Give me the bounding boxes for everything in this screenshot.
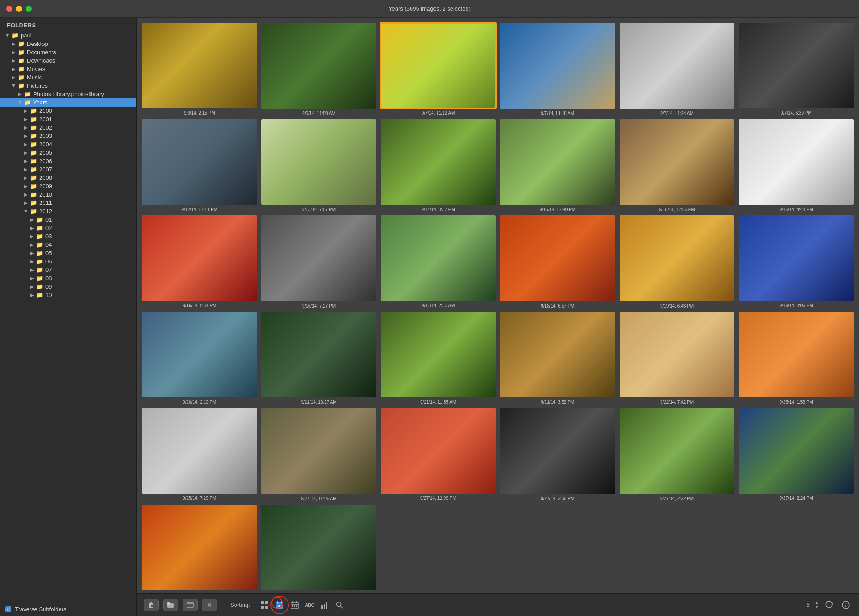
photo-cell-3[interactable]: 9/7/14, 11:12 AM <box>380 22 497 116</box>
folder-button[interactable] <box>163 599 178 611</box>
close-button[interactable] <box>6 6 12 12</box>
info-button[interactable]: i <box>840 599 852 611</box>
sidebar-label-03: 03 <box>45 233 52 240</box>
photo-cell-2[interactable]: 9/6/14, 11:50 AM <box>261 22 377 116</box>
photo-cell-25[interactable]: 9/25/14, 7:29 PM <box>141 407 258 501</box>
sidebar-item-10[interactable]: ▶📁10 <box>0 291 136 299</box>
photo-cell-6[interactable]: 9/7/14, 3:39 PM <box>738 22 855 116</box>
sort-calendar-date-button[interactable]: 31 <box>273 599 286 611</box>
count-stepper[interactable]: ▲ ▼ <box>815 601 818 609</box>
photo-cell-22[interactable]: 9/21/14, 3:52 PM <box>499 311 616 405</box>
sidebar-item-pictures[interactable]: ▶📁Pictures <box>0 82 136 90</box>
sidebar-item-movies[interactable]: ▶📁Movies <box>0 65 136 73</box>
svg-rect-2 <box>167 602 170 604</box>
tree-arrow-07: ▶ <box>28 267 36 272</box>
sidebar-item-2001[interactable]: ▶📁2001 <box>0 115 136 123</box>
sort-barchart-button[interactable] <box>318 599 331 611</box>
sidebar-item-paul[interactable]: ▶📁paul <box>0 31 136 40</box>
sidebar-item-2002[interactable]: ▶📁2002 <box>0 123 136 132</box>
photo-label-14: 9/16/14, 7:27 PM <box>302 304 336 308</box>
photo-cell-30[interactable]: 9/27/14, 2:24 PM <box>738 407 855 501</box>
photo-cell-28[interactable]: 9/27/14, 2:06 PM <box>499 407 616 501</box>
sidebar-item-2009[interactable]: ▶📁2009 <box>0 182 136 190</box>
svg-rect-8 <box>265 606 268 609</box>
sidebar-item-documents[interactable]: ▶📁Documents <box>0 48 136 56</box>
photo-cell-23[interactable]: 9/22/14, 7:42 PM <box>619 311 736 405</box>
sidebar-item-2010[interactable]: ▶📁2010 <box>0 190 136 199</box>
photo-cell-8[interactable]: 9/13/14, 7:07 PM <box>261 119 377 212</box>
photo-cell-29[interactable]: 9/27/14, 2:22 PM <box>619 407 736 501</box>
photo-cell-1[interactable]: 9/3/14, 2:15 PM <box>141 22 258 116</box>
photo-cell-14[interactable]: 9/16/14, 7:27 PM <box>261 215 377 308</box>
sidebar-item-03[interactable]: ▶📁03 <box>0 232 136 241</box>
sidebar-label-2008: 2008 <box>39 174 52 181</box>
maximize-button[interactable] <box>26 6 32 12</box>
photo-cell-13[interactable]: 9/16/14, 5:34 PM <box>141 215 258 308</box>
sidebar-item-2011[interactable]: ▶📁2011 <box>0 199 136 207</box>
sidebar-item-2008[interactable]: ▶📁2008 <box>0 174 136 182</box>
photo-cell-4[interactable]: 9/7/14, 11:18 AM <box>499 22 616 116</box>
sort-calendar-button[interactable] <box>288 599 301 611</box>
sidebar-item-2003[interactable]: ▶📁2003 <box>0 132 136 140</box>
sidebar-label-2005: 2005 <box>39 149 52 156</box>
sort-grid-button[interactable] <box>258 599 271 611</box>
sidebar-item-2012[interactable]: ▶📁2012 <box>0 207 136 215</box>
window-button[interactable] <box>183 599 198 611</box>
photo-cell-10[interactable]: 9/16/14, 12:40 PM <box>499 119 616 212</box>
photo-cell-32[interactable] <box>261 504 377 593</box>
delete-button[interactable]: 🗑 <box>144 599 159 611</box>
photo-image-16 <box>500 215 615 301</box>
photo-cell-17[interactable]: 9/19/14, 6:43 PM <box>619 215 736 308</box>
sidebar-item-downloads[interactable]: ▶📁Downloads <box>0 56 136 65</box>
photo-cell-24[interactable]: 9/25/14, 1:56 PM <box>738 311 855 405</box>
photo-cell-5[interactable]: 9/7/14, 11:24 AM <box>619 22 736 116</box>
sidebar-item-desktop[interactable]: ▶📁Desktop <box>0 40 136 48</box>
sidebar-item-2007[interactable]: ▶📁2007 <box>0 165 136 174</box>
photo-cell-19[interactable]: 9/20/14, 2:10 PM <box>141 311 258 405</box>
svg-rect-22 <box>321 605 323 609</box>
sidebar-item-2000[interactable]: ▶📁2000 <box>0 107 136 115</box>
sidebar-item-years[interactable]: ▶📁Years <box>0 98 136 107</box>
stepper-up[interactable]: ▲ <box>815 601 818 605</box>
photo-cell-26[interactable]: 9/27/14, 11:06 AM <box>261 407 377 501</box>
sidebar-item-05[interactable]: ▶📁05 <box>0 249 136 257</box>
sort-abc-button[interactable]: ABC <box>303 599 316 611</box>
sidebar-label-desktop: Desktop <box>27 41 48 47</box>
sidebar-item-music[interactable]: ▶📁Music <box>0 73 136 82</box>
sidebar: Folders ▶📁paul▶📁Desktop▶📁Documents▶📁Down… <box>0 18 137 616</box>
photo-cell-12[interactable]: 9/16/14, 4:48 PM <box>738 119 855 212</box>
photo-cell-18[interactable]: 9/19/14, 8:06 PM <box>738 215 855 308</box>
photo-cell-15[interactable]: 9/17/14, 7:30 AM <box>380 215 497 308</box>
refresh-button[interactable] <box>823 599 835 611</box>
sidebar-item-01[interactable]: ▶📁01 <box>0 215 136 224</box>
sort-search-button[interactable] <box>333 599 346 611</box>
photo-cell-20[interactable]: 9/21/14, 10:27 AM <box>261 311 377 405</box>
svg-rect-17 <box>296 601 297 603</box>
photo-cell-16[interactable]: 9/18/14, 6:57 PM <box>499 215 616 308</box>
sidebar-item-2005[interactable]: ▶📁2005 <box>0 148 136 157</box>
photo-image-27 <box>381 408 496 494</box>
minimize-button[interactable] <box>16 6 22 12</box>
sidebar-item-06[interactable]: ▶📁06 <box>0 257 136 266</box>
sidebar-item-08[interactable]: ▶📁08 <box>0 274 136 282</box>
sidebar-item-07[interactable]: ▶📁07 <box>0 266 136 274</box>
sidebar-item-photoslibrary[interactable]: ▶📁Photos Library.photoslibrary <box>0 90 136 98</box>
photo-cell-27[interactable]: 9/27/14, 12:09 PM <box>380 407 497 501</box>
photo-label-16: 9/18/14, 6:57 PM <box>541 304 574 308</box>
tree-arrow-music: ▶ <box>10 75 18 80</box>
photo-cell-11[interactable]: 9/16/14, 12:56 PM <box>619 119 736 212</box>
sidebar-item-2004[interactable]: ▶📁2004 <box>0 140 136 148</box>
stepper-down[interactable]: ▼ <box>815 605 818 609</box>
close-x-button[interactable]: ✕ <box>202 599 217 611</box>
sidebar-item-09[interactable]: ▶📁09 <box>0 282 136 291</box>
traverse-checkbox[interactable] <box>5 606 11 612</box>
photo-cell-7[interactable]: 9/12/14, 12:11 PM <box>141 119 258 212</box>
photo-cell-31[interactable] <box>141 504 258 593</box>
traverse-label: Traverse Subfolders <box>15 606 67 612</box>
photo-cell-21[interactable]: 9/21/14, 11:35 AM <box>380 311 497 405</box>
main-layout: Folders ▶📁paul▶📁Desktop▶📁Documents▶📁Down… <box>0 18 859 616</box>
sidebar-item-04[interactable]: ▶📁04 <box>0 241 136 249</box>
sidebar-item-2006[interactable]: ▶📁2006 <box>0 157 136 165</box>
photo-cell-9[interactable]: 9/14/14, 3:37 PM <box>380 119 497 212</box>
sidebar-item-02[interactable]: ▶📁02 <box>0 224 136 232</box>
